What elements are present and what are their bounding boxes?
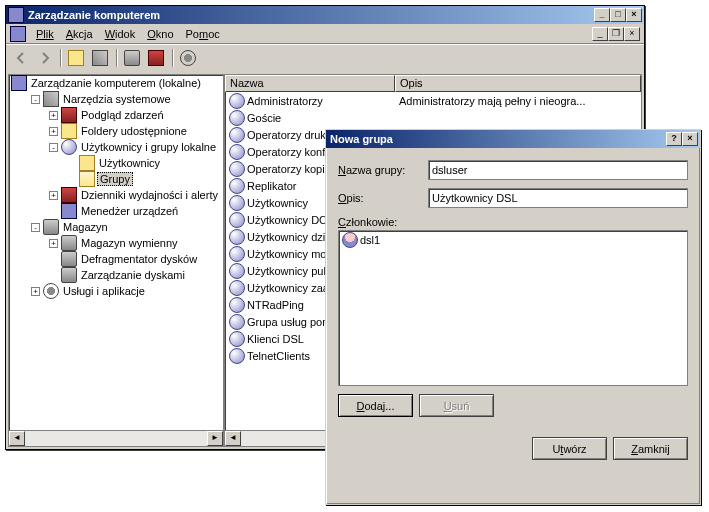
tree-label[interactable]: Menedżer urządzeń	[79, 205, 180, 217]
tree-node[interactable]: +Magazyn wymienny	[9, 235, 223, 251]
create-button[interactable]: Utwórz	[532, 437, 607, 460]
menu-bar: Plik Akcja Widok Okno Pomoc _ ❐ ×	[6, 24, 644, 44]
input-group-name[interactable]	[428, 160, 688, 180]
maximize-button[interactable]: □	[610, 8, 626, 22]
tree-node[interactable]: +Usługi i aplikacje	[9, 283, 223, 299]
group-icon	[229, 178, 245, 194]
tree-node[interactable]: Użytkownicy	[9, 155, 223, 171]
folder-up-icon	[68, 50, 84, 66]
help-button[interactable]	[178, 47, 200, 69]
tree-label[interactable]: Zarządzanie dyskami	[79, 269, 187, 281]
tree-expander[interactable]: +	[49, 239, 58, 248]
refresh-button[interactable]	[146, 47, 168, 69]
tree-expander[interactable]: +	[49, 127, 58, 136]
group-icon	[229, 110, 245, 126]
dialog-help-button[interactable]: ?	[666, 132, 682, 146]
folder-icon	[61, 123, 77, 139]
book-icon	[61, 187, 77, 203]
back-button[interactable]	[10, 47, 32, 69]
scroll-left-button[interactable]: ◄	[225, 431, 241, 446]
menu-plik[interactable]: Plik	[30, 26, 60, 42]
minimize-button[interactable]: _	[594, 8, 610, 22]
menu-pomoc[interactable]: Pomoc	[180, 26, 226, 42]
tree-node[interactable]: +Podgląd zdarzeń	[9, 107, 223, 123]
computer-icon	[61, 203, 77, 219]
disk-icon	[43, 219, 59, 235]
menu-okno[interactable]: Okno	[141, 26, 179, 42]
list-row[interactable]: AdministratorzyAdministratorzy mają pełn…	[225, 92, 641, 109]
label-group-name: Nazwa grupy:	[338, 164, 428, 176]
tree-expander[interactable]: -	[49, 143, 58, 152]
tree-label[interactable]: Podgląd zdarzeń	[79, 109, 166, 121]
menu-widok[interactable]: Widok	[99, 26, 142, 42]
dialog-title: Nowa grupa	[328, 133, 666, 145]
col-name[interactable]: Nazwa	[225, 75, 395, 92]
row-name: Goście	[247, 112, 281, 124]
tree-node[interactable]: -Użytkownicy i grupy lokalne	[9, 139, 223, 155]
tree-node[interactable]: Grupy	[9, 171, 223, 187]
group-icon	[229, 331, 245, 347]
scroll-right-button[interactable]: ►	[207, 431, 223, 446]
tree-body[interactable]: Zarządzanie komputerem (lokalne)-Narzędz…	[9, 75, 223, 412]
group-icon	[229, 212, 245, 228]
tree-label[interactable]: Użytkownicy i grupy lokalne	[79, 141, 218, 153]
tree-label[interactable]: Foldery udostępnione	[79, 125, 189, 137]
menu-akcja[interactable]: Akcja	[60, 26, 99, 42]
computer-icon	[8, 7, 24, 23]
label-description: Opis:	[338, 192, 428, 204]
add-button[interactable]: Dodaj...	[338, 394, 413, 417]
scroll-track[interactable]	[25, 431, 207, 446]
close-dialog-button[interactable]: Zamknij	[613, 437, 688, 460]
main-titlebar[interactable]: Zarządzanie komputerem _ □ ×	[6, 6, 644, 24]
tree-label[interactable]: Użytkownicy	[97, 157, 162, 169]
tree-label[interactable]: Magazyn wymienny	[79, 237, 180, 249]
tree-expander[interactable]: +	[31, 287, 40, 296]
tree-node[interactable]: -Narzędzia systemowe	[9, 91, 223, 107]
tree-expander[interactable]: +	[49, 191, 58, 200]
col-desc[interactable]: Opis	[395, 75, 641, 92]
tree-expander[interactable]: +	[49, 111, 58, 120]
group-icon	[229, 263, 245, 279]
row-name: Użytkownicy	[247, 197, 308, 209]
tree-node[interactable]: +Foldery udostępnione	[9, 123, 223, 139]
remove-button: Usuń	[419, 394, 494, 417]
group-icon	[229, 93, 245, 109]
dialog-footer: Utwórz Zamknij	[326, 429, 700, 472]
toolbar	[6, 44, 644, 70]
book-icon	[61, 107, 77, 123]
tree-hscrollbar[interactable]: ◄ ►	[9, 430, 223, 446]
mdi-close-button[interactable]: ×	[624, 27, 640, 41]
tree-label[interactable]: Grupy	[97, 172, 133, 186]
tree-label[interactable]: Dzienniki wydajności i alerty	[79, 189, 220, 201]
tree-label[interactable]: Magazyn	[61, 221, 110, 233]
row-name: NTRadPing	[247, 299, 304, 311]
mdi-restore-button[interactable]: ❐	[608, 27, 624, 41]
mdi-minimize-button[interactable]: _	[592, 27, 608, 41]
tree-node[interactable]: +Dzienniki wydajności i alerty	[9, 187, 223, 203]
new-group-dialog: Nowa grupa ? × Nazwa grupy: Opis: Członk…	[325, 129, 701, 505]
tree-node[interactable]: -Magazyn	[9, 219, 223, 235]
tree-node[interactable]: Defragmentator dysków	[9, 251, 223, 267]
list-row[interactable]: Goście	[225, 109, 641, 126]
close-button[interactable]: ×	[626, 8, 642, 22]
input-description[interactable]	[428, 188, 688, 208]
scroll-left-button[interactable]: ◄	[9, 431, 25, 446]
dialog-titlebar[interactable]: Nowa grupa ? ×	[326, 130, 700, 148]
tree-label[interactable]: Usługi i aplikacje	[61, 285, 147, 297]
tree-node[interactable]: Zarządzanie dyskami	[9, 267, 223, 283]
tree-label[interactable]: Narzędzia systemowe	[61, 93, 173, 105]
row-name: Operatorzy kopii	[247, 163, 327, 175]
properties-button[interactable]	[90, 47, 112, 69]
tree-expander[interactable]: -	[31, 223, 40, 232]
tree-node[interactable]: Menedżer urządzeń	[9, 203, 223, 219]
up-button[interactable]	[66, 47, 88, 69]
export-button[interactable]	[122, 47, 144, 69]
dialog-close-button[interactable]: ×	[682, 132, 698, 146]
members-listbox[interactable]: dsl1	[338, 230, 688, 386]
tree-expander[interactable]: -	[31, 95, 40, 104]
member-item[interactable]: dsl1	[340, 232, 686, 248]
tree-label[interactable]: Defragmentator dysków	[79, 253, 199, 265]
dialog-body: Nazwa grupy: Opis: Członkowie: dsl1 Doda…	[326, 148, 700, 429]
tree-root[interactable]: Zarządzanie komputerem (lokalne)	[29, 77, 203, 89]
forward-button[interactable]	[34, 47, 56, 69]
